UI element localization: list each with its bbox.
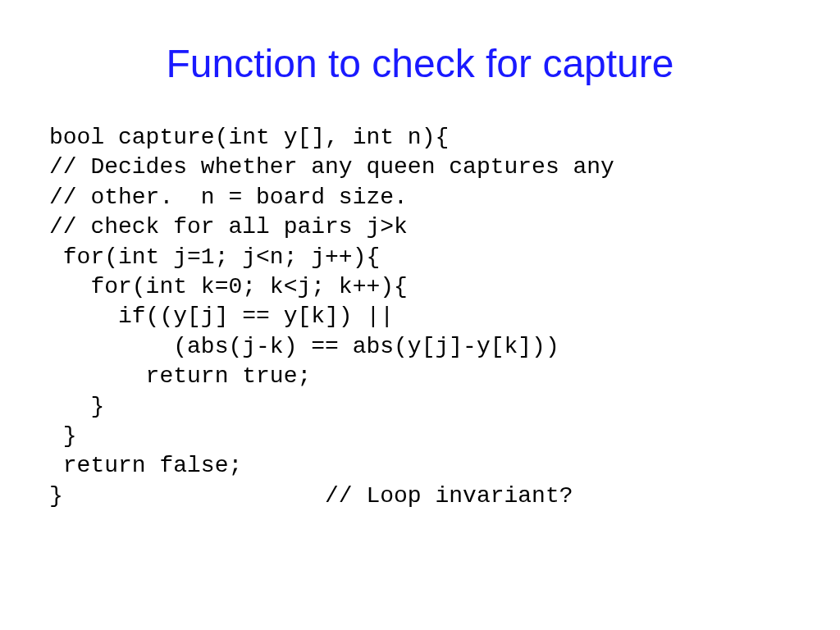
code-block: bool capture(int y[], int n){ // Decides… [49, 123, 791, 511]
presentation-slide: Function to check for capture bool captu… [0, 0, 840, 630]
slide-title: Function to check for capture [49, 41, 791, 86]
